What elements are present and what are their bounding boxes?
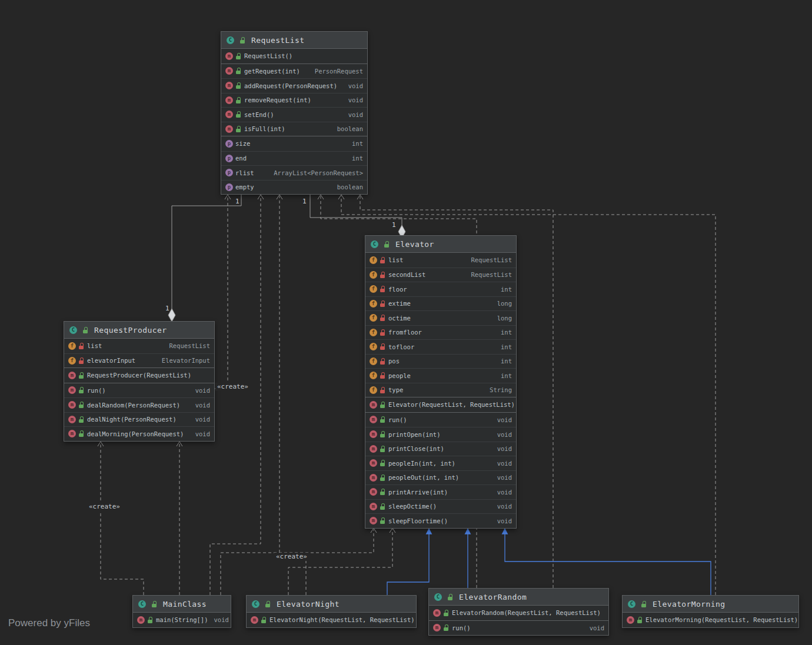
field-icon: f: [370, 300, 377, 308]
member-row: mRequestList(): [221, 49, 367, 64]
member-type: void: [189, 387, 210, 394]
property-icon: p: [225, 183, 233, 191]
member-type: void: [491, 431, 512, 438]
member-name: empty: [235, 183, 254, 191]
edge-elevatornight-uses-requestlist[interactable]: [279, 195, 306, 595]
public-visibility-icon: [236, 97, 241, 104]
method-icon: m: [225, 82, 233, 89]
member-row: mElevator(RequestList, RequestList): [365, 397, 516, 412]
member-row: mRequestProducer(RequestList): [64, 368, 214, 383]
public-visibility-icon: [83, 327, 88, 334]
create-label-1: «create»: [87, 503, 122, 511]
private-visibility-icon: [380, 387, 385, 394]
member-section: mRequestProducer(RequestList): [64, 367, 214, 383]
private-visibility-icon: [380, 315, 385, 322]
member-type: RequestList: [465, 271, 512, 278]
field-icon: f: [68, 357, 76, 365]
class-node-requestlist[interactable]: CRequestListmRequestList()mgetRequest(in…: [221, 31, 368, 195]
method-icon: m: [433, 624, 441, 631]
member-section: psizeintpendintprlistArrayList<PersonReq…: [221, 136, 367, 194]
class-title: MainClass: [163, 600, 207, 609]
member-type: int: [346, 155, 363, 162]
member-name: tofloor: [388, 343, 414, 350]
member-section: mElevatorMorning(RequestList, RequestLis…: [623, 612, 798, 627]
public-visibility-icon: [236, 82, 241, 89]
member-row: msleepOctime()void: [365, 499, 516, 514]
member-type: boolean: [331, 125, 363, 132]
aggregation-diamond-requestproducer[interactable]: [168, 309, 175, 322]
class-node-requestproducer[interactable]: CRequestProducerflistRequestListfelevato…: [64, 321, 215, 442]
member-name: setEnd(): [244, 111, 274, 118]
class-icon: C: [371, 240, 378, 248]
member-name: printArrive(int): [388, 489, 448, 496]
member-type: RequestList: [465, 256, 512, 263]
public-visibility-icon: [641, 601, 647, 608]
member-section: mElevatorNight(RequestList, RequestList): [247, 612, 416, 627]
member-type: int: [495, 286, 512, 293]
member-name: pos: [388, 357, 400, 365]
member-name: printClose(int): [388, 445, 444, 452]
member-row: mmain(String[])void: [133, 613, 231, 627]
method-icon: m: [137, 616, 145, 624]
edge-elevatornight-extends-elevator[interactable]: [387, 529, 429, 595]
member-type: void: [342, 96, 363, 103]
property-icon: p: [225, 155, 233, 162]
member-name: sleepFloortime(): [388, 517, 448, 524]
method-icon: m: [370, 517, 377, 524]
class-node-elevator[interactable]: CElevatorflistRequestListfsecondListRequ…: [365, 235, 517, 529]
field-icon: f: [370, 285, 377, 293]
public-visibility-icon: [79, 372, 84, 379]
member-type: void: [584, 624, 604, 631]
edge-requestproducer-aggregates-requestlist[interactable]: [172, 193, 241, 309]
edge-mainclass-uses-requestlist[interactable]: [210, 195, 261, 595]
field-icon: f: [370, 386, 377, 394]
multiplicity-label-2: 1: [302, 198, 307, 206]
class-node-elevatorrandom[interactable]: CElevatorRandommElevatorRandom(RequestLi…: [428, 588, 609, 636]
member-name: elevatorInput: [87, 357, 135, 364]
class-header: CRequestProducer: [64, 322, 214, 338]
public-visibility-icon: [236, 111, 241, 118]
class-node-mainclass[interactable]: CMainClassmmain(String[])void: [132, 595, 231, 628]
edge-elevatormorning-extends-elevator[interactable]: [505, 529, 711, 595]
member-row: flistRequestList: [365, 253, 516, 268]
public-visibility-icon: [380, 489, 385, 496]
member-type: int: [495, 343, 512, 350]
member-name: ElevatorNight(RequestList, RequestList): [269, 616, 415, 623]
method-icon: m: [225, 111, 233, 118]
class-node-elevatormorning[interactable]: CElevatorMorningmElevatorMorning(Request…: [622, 595, 799, 628]
member-name: isFull(int): [244, 125, 285, 132]
member-name: peopleOut(int, int): [388, 474, 459, 481]
edge-elevatornight-uses-elevator[interactable]: [288, 528, 392, 595]
method-icon: m: [370, 459, 377, 467]
member-row: psizeint: [221, 136, 367, 151]
member-row: prlistArrayList<PersonRequest>: [221, 165, 367, 180]
member-name: printOpen(int): [388, 431, 441, 438]
class-node-elevatornight[interactable]: CElevatorNightmElevatorNight(RequestList…: [246, 595, 417, 628]
method-icon: m: [370, 503, 377, 510]
private-visibility-icon: [380, 343, 385, 350]
edge-mainclass-uses-elevator[interactable]: [221, 528, 374, 595]
edge-elevator-aggregates-requestlist[interactable]: [310, 193, 402, 226]
public-visibility-icon: [444, 610, 449, 617]
member-row: ftypeString: [365, 383, 516, 397]
method-icon: m: [433, 609, 441, 617]
class-title: RequestList: [251, 36, 305, 45]
method-icon: m: [225, 67, 233, 75]
edge-mainclass-creates-requestproducer[interactable]: [101, 442, 144, 595]
field-icon: f: [370, 256, 377, 264]
method-icon: m: [225, 125, 233, 133]
method-icon: m: [370, 474, 377, 482]
field-icon: f: [68, 342, 76, 350]
edge-requestproducer-creates-requestlist[interactable]: [215, 195, 228, 389]
class-header: CElevator: [365, 236, 516, 252]
property-icon: p: [225, 169, 233, 176]
member-row: mprintClose(int)void: [365, 442, 516, 456]
member-type: void: [491, 517, 512, 524]
method-icon: m: [68, 430, 76, 437]
member-name: octime: [388, 315, 411, 322]
member-row: ffloorint: [365, 282, 516, 296]
member-name: end: [235, 155, 247, 162]
member-section: mRequestList(): [221, 48, 367, 64]
class-icon: C: [227, 36, 234, 44]
member-type: int: [495, 372, 512, 379]
